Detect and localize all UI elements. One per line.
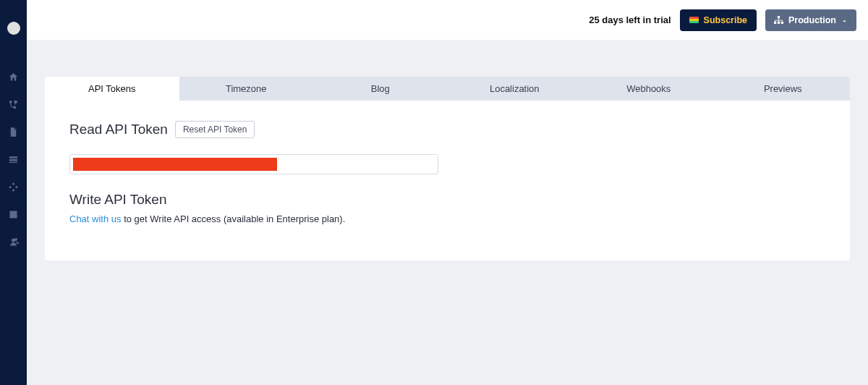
redacted-token-value [73, 158, 277, 171]
read-token-heading: Read API Token [69, 122, 168, 138]
users-icon[interactable] [8, 236, 20, 248]
image-icon[interactable] [8, 208, 20, 220]
tab-webhooks[interactable]: Webhooks [582, 77, 716, 101]
hierarchy-icon [774, 16, 783, 24]
chevron-down-icon [841, 17, 848, 23]
branch-icon[interactable] [8, 98, 20, 110]
trial-days-text: 25 days left in trial [589, 14, 671, 25]
read-token-field[interactable] [69, 154, 438, 174]
tab-previews[interactable]: Previews [716, 77, 851, 101]
chat-with-us-link[interactable]: Chat with us [69, 213, 122, 224]
content-wrap: API Tokens Timezone Blog Localization We… [27, 40, 868, 385]
tab-localization[interactable]: Localization [448, 77, 582, 101]
tab-api-tokens[interactable]: API Tokens [45, 77, 179, 101]
svg-rect-2 [778, 22, 780, 24]
grid-icon[interactable] [8, 153, 20, 165]
settings-panel: API Tokens Timezone Blog Localization We… [45, 77, 850, 261]
write-token-heading: Write API Token [69, 192, 825, 208]
panel-body: Read API Token Reset API Token Write API… [45, 101, 850, 261]
document-icon[interactable] [8, 126, 20, 138]
tab-blog[interactable]: Blog [313, 77, 448, 101]
reset-api-token-button[interactable]: Reset API Token [175, 121, 255, 138]
write-token-rest-text: to get Write API access (available in En… [122, 213, 346, 224]
svg-rect-3 [781, 22, 783, 24]
sidebar-nav [0, 0, 27, 385]
subscribe-label: Subscribe [704, 15, 747, 25]
topbar: 25 days left in trial Subscribe Producti… [27, 0, 868, 40]
avatar[interactable] [7, 22, 20, 35]
svg-rect-1 [774, 22, 776, 24]
credit-card-icon [689, 17, 699, 23]
environment-label: Production [788, 15, 836, 25]
modules-icon[interactable] [8, 181, 20, 192]
svg-rect-0 [778, 16, 780, 18]
home-icon[interactable] [8, 71, 20, 82]
subscribe-button[interactable]: Subscribe [680, 9, 757, 31]
tab-timezone[interactable]: Timezone [179, 77, 314, 101]
read-token-header-row: Read API Token Reset API Token [69, 121, 825, 138]
main-area: 25 days left in trial Subscribe Producti… [27, 0, 868, 385]
environment-select[interactable]: Production [765, 9, 856, 31]
tabs-bar: API Tokens Timezone Blog Localization We… [45, 77, 850, 101]
write-token-description: Chat with us to get Write API access (av… [69, 213, 825, 224]
